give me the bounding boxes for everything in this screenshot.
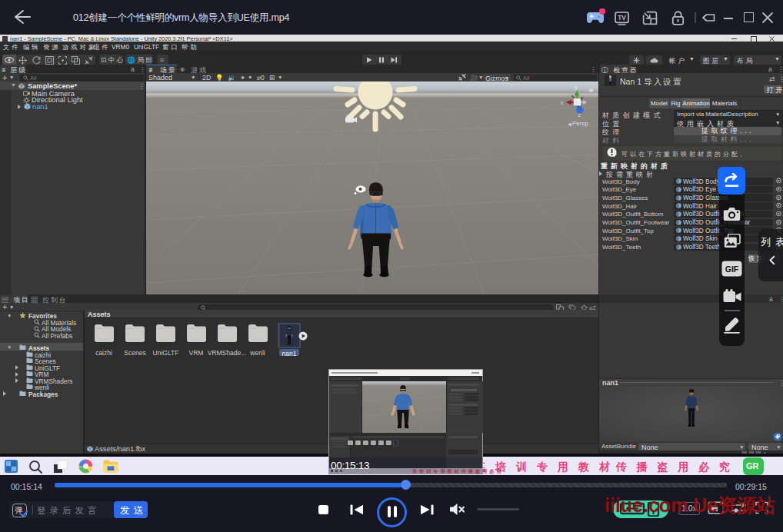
svg-text:y: y — [575, 85, 578, 91]
svg-text:TV: TV — [618, 14, 626, 22]
svg-text:GIF: GIF — [725, 264, 739, 274]
svg-text:x: x — [561, 100, 564, 105]
svg-text:z: z — [578, 112, 581, 118]
